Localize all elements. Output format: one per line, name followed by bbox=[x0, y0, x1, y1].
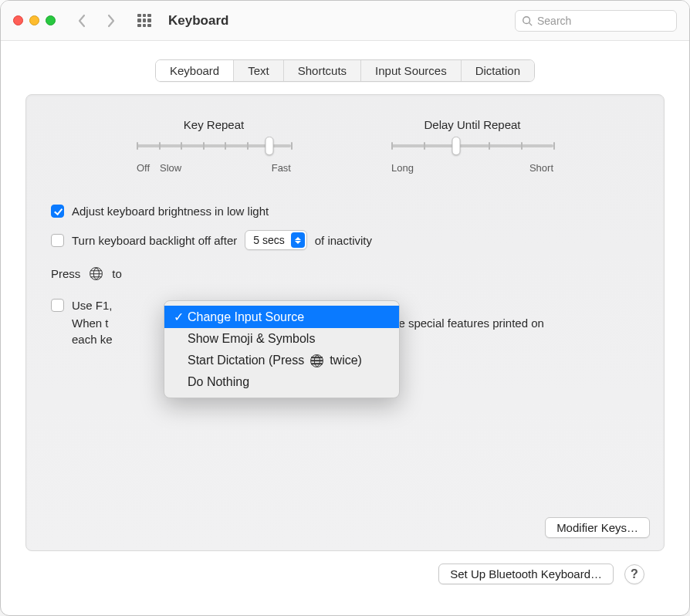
window-body: Keyboard Text Shortcuts Input Sources Di… bbox=[1, 41, 689, 615]
zoom-window-button[interactable] bbox=[46, 15, 56, 25]
panel-content: Key Repeat Off Slow Fast D bbox=[26, 95, 664, 347]
keyboard-prefs-window: Keyboard Search Keyboard Text Shortcuts … bbox=[0, 0, 690, 616]
fn-checkbox[interactable] bbox=[51, 299, 64, 312]
check-icon: ✓ bbox=[172, 310, 184, 324]
sliders-row: Key Repeat Off Slow Fast D bbox=[51, 118, 639, 174]
tab-shortcuts[interactable]: Shortcuts bbox=[284, 60, 361, 81]
titlebar: Keyboard Search bbox=[1, 1, 689, 41]
tab-input-sources[interactable]: Input Sources bbox=[361, 60, 462, 81]
delay-block: Delay Until Repeat Long Short bbox=[391, 118, 553, 174]
key-repeat-scale: Off Slow Fast bbox=[137, 162, 291, 174]
key-repeat-block: Key Repeat Off Slow Fast bbox=[137, 118, 291, 174]
fn-label-before: Use F1, bbox=[72, 299, 113, 312]
press-to: to bbox=[112, 267, 122, 280]
menu-item-change-input-source[interactable]: ✓ Change Input Source bbox=[164, 306, 399, 328]
keyboard-panel: Key Repeat Off Slow Fast D bbox=[25, 94, 665, 551]
menu-item-do-nothing[interactable]: Do Nothing bbox=[164, 371, 399, 393]
window-controls bbox=[13, 15, 56, 25]
menu-item-label: Change Input Source bbox=[188, 310, 304, 324]
press-globe-row: Press to bbox=[51, 267, 639, 280]
close-window-button[interactable] bbox=[13, 15, 23, 25]
backlight-before: Turn keyboard backlight off after bbox=[72, 234, 237, 247]
tab-bar: Keyboard Text Shortcuts Input Sources Di… bbox=[25, 59, 665, 82]
navigation-arrows bbox=[76, 14, 117, 28]
help-button[interactable]: ? bbox=[624, 564, 644, 584]
tab-keyboard[interactable]: Keyboard bbox=[156, 60, 234, 81]
backlight-row: Turn keyboard backlight off after 5 secs… bbox=[51, 230, 639, 250]
menu-item-label: twice) bbox=[330, 354, 362, 367]
menu-item-label: Do Nothing bbox=[188, 375, 249, 389]
delay-thumb[interactable] bbox=[452, 137, 461, 155]
menu-item-label: Show Emoji & Symbols bbox=[188, 332, 315, 346]
svg-point-0 bbox=[523, 16, 530, 23]
backlight-duration-popup[interactable]: 5 secs bbox=[245, 230, 306, 250]
globe-icon bbox=[90, 267, 103, 280]
brightness-row: Adjust keyboard brightness in low light bbox=[51, 205, 639, 218]
show-all-button[interactable] bbox=[137, 14, 151, 28]
brightness-checkbox[interactable] bbox=[51, 205, 64, 218]
minimize-window-button[interactable] bbox=[29, 15, 39, 25]
stepper-icon bbox=[291, 232, 305, 248]
globe-action-menu[interactable]: ✓ Change Input Source Show Emoji & Symbo… bbox=[164, 300, 400, 398]
key-repeat-thumb[interactable] bbox=[266, 137, 274, 155]
delay-scale: Long Short bbox=[391, 162, 553, 174]
globe-icon bbox=[310, 354, 323, 367]
delay-slider[interactable] bbox=[391, 137, 553, 156]
bluetooth-keyboard-button[interactable]: Set Up Bluetooth Keyboard… bbox=[438, 564, 614, 584]
modifier-keys-button[interactable]: Modifier Keys… bbox=[545, 517, 650, 538]
key-repeat-slider[interactable] bbox=[137, 137, 291, 156]
backlight-after: of inactivity bbox=[315, 234, 372, 247]
menu-item-emoji-symbols[interactable]: Show Emoji & Symbols bbox=[164, 328, 399, 350]
svg-line-1 bbox=[529, 22, 533, 25]
press-label: Press bbox=[51, 267, 80, 280]
backlight-duration-value: 5 secs bbox=[253, 234, 284, 246]
back-button[interactable] bbox=[76, 14, 88, 28]
window-title: Keyboard bbox=[168, 13, 228, 29]
search-input[interactable]: Search bbox=[515, 10, 677, 32]
tab-text[interactable]: Text bbox=[234, 60, 284, 81]
forward-button[interactable] bbox=[105, 14, 117, 28]
tab-dictation[interactable]: Dictation bbox=[462, 60, 534, 81]
footer-row: Set Up Bluetooth Keyboard… ? bbox=[25, 551, 665, 584]
delay-label: Delay Until Repeat bbox=[424, 118, 520, 131]
menu-item-label: Start Dictation (Press bbox=[188, 354, 304, 367]
key-repeat-label: Key Repeat bbox=[184, 118, 244, 131]
tab-group: Keyboard Text Shortcuts Input Sources Di… bbox=[155, 59, 535, 82]
search-icon bbox=[522, 15, 533, 26]
menu-item-start-dictation[interactable]: Start Dictation (Press twice) bbox=[164, 350, 399, 371]
brightness-label: Adjust keyboard brightness in low light bbox=[72, 205, 269, 218]
backlight-checkbox[interactable] bbox=[51, 234, 64, 247]
search-placeholder: Search bbox=[537, 15, 571, 27]
